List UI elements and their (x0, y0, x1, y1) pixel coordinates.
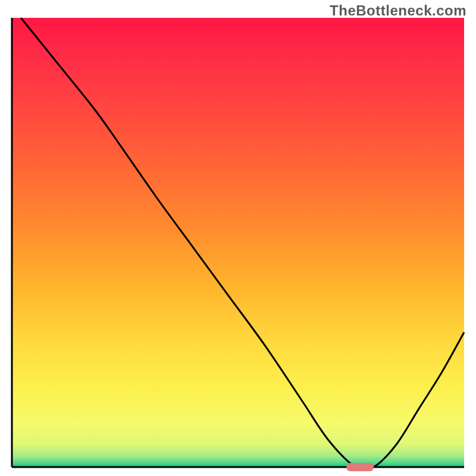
watermark-label: TheBottleneck.com (330, 2, 466, 19)
optimal-marker (346, 463, 374, 471)
chart-svg (0, 0, 476, 476)
bottleneck-chart: TheBottleneck.com (0, 0, 476, 476)
plot-background (12, 18, 464, 467)
